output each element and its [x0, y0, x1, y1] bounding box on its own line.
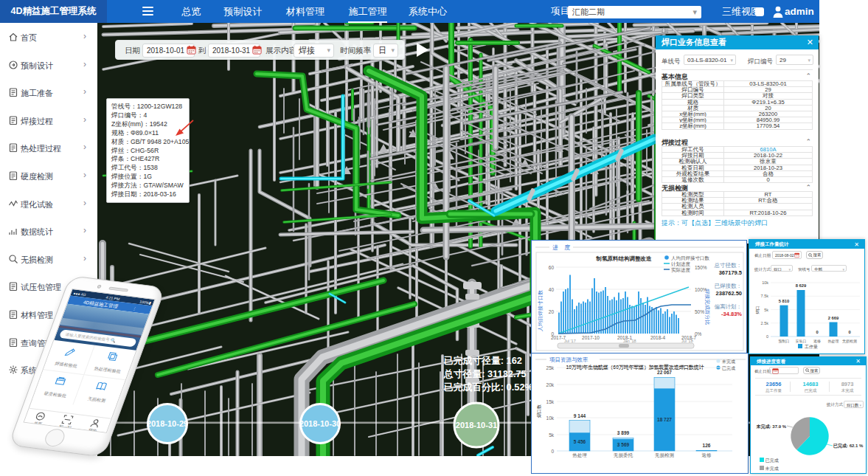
- svg-text:0: 0: [848, 330, 850, 334]
- svg-text:总寸径数：: 总寸径数：: [714, 262, 743, 269]
- svg-text:无损检测: 无损检测: [842, 339, 857, 344]
- svg-text:Jul '17: Jul '17: [564, 339, 576, 343]
- svg-text:已完成: 62.1 %: 已完成: 62.1 %: [833, 443, 864, 449]
- svg-text:2.5k: 2.5k: [761, 321, 769, 325]
- svg-text:热处理: 热处理: [828, 339, 839, 344]
- svg-text:偏离计划：: 偏离计划：: [715, 303, 743, 310]
- svg-text:2017-10: 2017-10: [582, 335, 600, 340]
- svg-text:25k: 25k: [546, 365, 555, 370]
- svg-text:工作量: 工作量: [805, 344, 818, 349]
- svg-text:50%: 50%: [695, 309, 704, 314]
- svg-text:60: 60: [549, 265, 555, 270]
- svg-text:238762.50: 238762.50: [716, 290, 742, 297]
- svg-text:热处理: 热处理: [572, 452, 587, 458]
- svg-text:项目资源与效率: 项目资源与效率: [549, 356, 588, 363]
- svg-text:150%: 150%: [695, 265, 707, 270]
- svg-text:未完成: 未完成: [721, 359, 735, 365]
- svg-text:10k: 10k: [762, 280, 768, 285]
- svg-text:Jan '18: Jan '18: [623, 339, 636, 343]
- svg-text:人均日焊接寸口数: 人均日焊接寸口数: [671, 255, 710, 261]
- svg-text:无损委托: 无损委托: [614, 452, 633, 458]
- svg-text:已完成百分比: 0.52%: 已完成百分比: 0.52%: [444, 382, 534, 393]
- svg-text:0: 0: [766, 334, 768, 339]
- svg-text:返修: 返修: [813, 339, 821, 343]
- svg-text:未完成: 37.9 %: 未完成: 37.9 %: [756, 424, 787, 430]
- svg-text:7.5k: 7.5k: [761, 294, 769, 298]
- svg-text:-34.83%: -34.83%: [721, 311, 742, 317]
- svg-text:5 456: 5 456: [574, 439, 586, 444]
- svg-text:8 629: 8 629: [796, 283, 807, 288]
- svg-text:计划进度: 计划进度: [671, 261, 691, 267]
- svg-text:制氢原料结构调整改造: 制氢原料结构调整改造: [596, 255, 653, 262]
- svg-text:5k: 5k: [549, 432, 555, 438]
- svg-text:367179.5: 367179.5: [719, 269, 742, 276]
- svg-text:焊口: 焊口: [755, 306, 760, 314]
- svg-text:进 度: 进 度: [552, 244, 572, 251]
- svg-text:实际进度: 实际进度: [671, 267, 691, 273]
- svg-text:已焊接数：: 已焊接数：: [715, 283, 743, 289]
- svg-text:40: 40: [549, 287, 555, 292]
- svg-text:18 727: 18 727: [657, 417, 672, 422]
- svg-text:无损检测: 无损检测: [655, 452, 675, 458]
- svg-text:5 810: 5 810: [779, 299, 790, 303]
- svg-text:5k: 5k: [764, 308, 768, 312]
- svg-text:2 669: 2 669: [828, 316, 839, 320]
- svg-text:0: 0: [551, 449, 554, 454]
- svg-text:焊接完成百分比: 焊接完成百分比: [704, 289, 710, 325]
- svg-text:3 899: 3 899: [617, 430, 630, 435]
- svg-text:15k: 15k: [546, 399, 555, 404]
- svg-text:126: 126: [703, 443, 711, 448]
- svg-text:2018-10-29: 2018-10-29: [147, 419, 188, 428]
- svg-text:2018-10-31: 2018-10-31: [456, 421, 497, 430]
- svg-text:已完成寸径量: 162: 已完成寸径量: 162: [444, 355, 522, 366]
- svg-text:0: 0: [816, 330, 818, 334]
- svg-text:焊口数: 焊口数: [536, 404, 542, 418]
- svg-text:10k: 10k: [546, 415, 555, 421]
- svg-text:9 144: 9 144: [574, 413, 586, 418]
- svg-text:3 569: 3 569: [617, 442, 630, 447]
- svg-text:2018-4: 2018-4: [650, 335, 666, 340]
- svg-text:预制口: 预制口: [779, 339, 790, 344]
- svg-text:20k: 20k: [546, 382, 555, 387]
- svg-text:22 067: 22 067: [657, 370, 672, 375]
- svg-text:2018-10-30: 2018-10-30: [299, 419, 341, 428]
- svg-text:人均日焊接寸口数: 人均日焊接寸口数: [538, 289, 544, 331]
- svg-text:总寸径量: 31132.75: 总寸径量: 31132.75: [443, 368, 527, 379]
- svg-text:20: 20: [549, 309, 555, 314]
- svg-text:返修: 返修: [702, 452, 712, 458]
- svg-text:Jul '18: Jul '18: [681, 339, 693, 343]
- svg-text:安装口: 安装口: [796, 339, 807, 344]
